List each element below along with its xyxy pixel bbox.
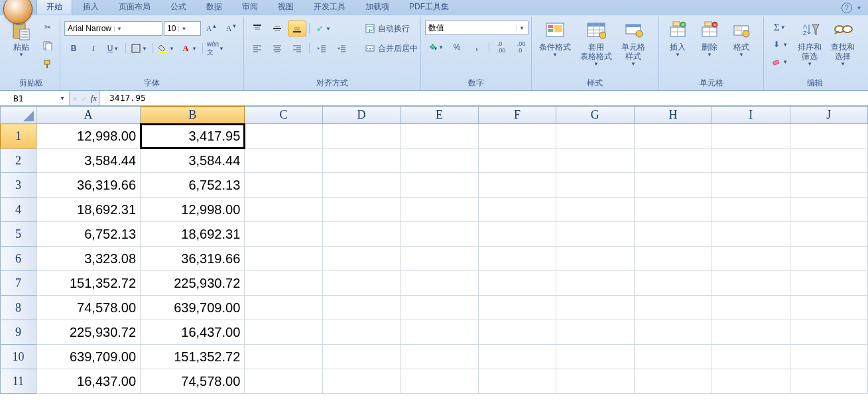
cell-F11[interactable]	[478, 369, 556, 394]
row-header-1[interactable]: 1	[1, 124, 36, 149]
cell-J5[interactable]	[790, 222, 867, 247]
column-header-H[interactable]: H	[634, 107, 712, 124]
cell-D3[interactable]	[322, 173, 401, 198]
cell-F7[interactable]	[478, 271, 556, 296]
comma-button[interactable]: ,	[467, 39, 486, 55]
cell-D6[interactable]	[322, 247, 401, 271]
cell-I4[interactable]	[712, 198, 790, 222]
tab-view[interactable]: 视图	[269, 0, 303, 15]
cell-D4[interactable]	[322, 198, 401, 222]
format-as-table-button[interactable]: 套用 表格格式 ▼	[576, 18, 617, 69]
cell-D5[interactable]	[322, 222, 401, 247]
format-painter-button[interactable]	[38, 56, 57, 72]
align-bottom-button[interactable]	[288, 21, 306, 36]
cell-B7[interactable]: 225,930.72	[141, 271, 245, 296]
bold-button[interactable]: B	[64, 40, 83, 56]
percent-button[interactable]: %	[448, 39, 466, 55]
cell-F5[interactable]	[478, 222, 556, 247]
insert-function-button[interactable]: fx	[91, 93, 97, 103]
tab-addins[interactable]: 加载项	[356, 0, 399, 15]
column-header-C[interactable]: C	[245, 107, 322, 124]
column-header-J[interactable]: J	[790, 107, 867, 124]
row-header-10[interactable]: 10	[1, 345, 36, 369]
cell-F9[interactable]	[478, 320, 556, 345]
cut-button[interactable]: ✂	[38, 19, 57, 35]
row-header-2[interactable]: 2	[1, 149, 36, 173]
cell-J2[interactable]	[790, 149, 867, 173]
cell-I6[interactable]	[712, 247, 790, 271]
cell-A5[interactable]: 6,752.13	[36, 222, 140, 247]
cell-J1[interactable]	[790, 124, 867, 149]
cell-H5[interactable]	[634, 222, 712, 247]
cell-G1[interactable]	[556, 124, 635, 149]
align-middle-button[interactable]	[268, 21, 286, 36]
chevron-down-icon[interactable]: ▼	[57, 93, 68, 103]
cell-G7[interactable]	[556, 271, 635, 296]
cell-G8[interactable]	[556, 296, 635, 320]
paste-button[interactable]: 粘贴 ▼	[5, 18, 37, 60]
cell-B6[interactable]: 36,319.66	[141, 247, 245, 271]
cell-C11[interactable]	[245, 369, 322, 394]
cell-H8[interactable]	[634, 296, 712, 320]
find-select-button[interactable]: 查找和 选择 ▼	[826, 18, 859, 69]
cell-E11[interactable]	[401, 369, 478, 394]
cell-B2[interactable]: 3,584.44	[141, 149, 245, 173]
cell-D7[interactable]	[322, 271, 401, 296]
tab-developer[interactable]: 开发工具	[304, 0, 355, 15]
cell-I2[interactable]	[712, 149, 790, 173]
cell-F6[interactable]	[478, 247, 556, 271]
decrease-decimal-button[interactable]: .00.0	[512, 39, 530, 55]
row-header-9[interactable]: 9	[1, 320, 36, 345]
cell-J4[interactable]	[790, 198, 867, 222]
tab-insert[interactable]: 插入	[74, 0, 108, 15]
decrease-indent-button[interactable]	[312, 40, 331, 56]
cell-J9[interactable]	[790, 320, 867, 345]
increase-indent-button[interactable]	[332, 40, 351, 56]
cell-F3[interactable]	[478, 173, 556, 198]
cell-E8[interactable]	[401, 296, 478, 320]
cell-A11[interactable]: 16,437.00	[36, 369, 140, 394]
cell-A9[interactable]: 225,930.72	[36, 320, 140, 345]
cell-E7[interactable]	[401, 271, 478, 296]
cell-D1[interactable]	[322, 124, 401, 149]
increase-decimal-button[interactable]: .0.00	[492, 39, 511, 55]
cell-C1[interactable]	[245, 124, 322, 149]
cell-D9[interactable]	[322, 320, 401, 345]
delete-cells-button[interactable]: × 删除 ▼	[694, 18, 725, 60]
cell-C2[interactable]	[245, 149, 322, 173]
cell-I9[interactable]	[712, 320, 790, 345]
cell-J10[interactable]	[790, 345, 867, 369]
increase-font-button[interactable]: A▲	[202, 21, 221, 36]
tab-review[interactable]: 审阅	[233, 0, 267, 15]
row-header-8[interactable]: 8	[1, 296, 36, 320]
cell-E9[interactable]	[401, 320, 478, 345]
cell-H4[interactable]	[634, 198, 712, 222]
number-format-combo[interactable]: 数值 ▼	[425, 21, 528, 35]
column-header-B[interactable]: B	[141, 107, 245, 124]
font-name-combo[interactable]: Arial Narrow ▼	[64, 21, 162, 36]
cell-F2[interactable]	[478, 149, 556, 173]
cell-H7[interactable]	[634, 271, 712, 296]
cell-H9[interactable]	[634, 320, 712, 345]
font-size-combo[interactable]: 10 ▼	[164, 21, 201, 36]
row-header-5[interactable]: 5	[1, 222, 36, 247]
cell-G10[interactable]	[556, 345, 635, 369]
align-center-button[interactable]	[268, 40, 286, 56]
cell-D10[interactable]	[322, 345, 401, 369]
cell-G4[interactable]	[556, 198, 635, 222]
cell-A1[interactable]: 12,998.00	[36, 124, 140, 149]
cell-A7[interactable]: 151,352.72	[36, 271, 140, 296]
cell-A4[interactable]: 18,692.31	[36, 198, 140, 222]
row-header-6[interactable]: 6	[1, 247, 36, 271]
cell-E4[interactable]	[401, 198, 478, 222]
fill-color-button[interactable]: ▼	[156, 40, 177, 56]
column-header-F[interactable]: F	[478, 107, 556, 124]
cell-I11[interactable]	[712, 369, 790, 394]
cell-A2[interactable]: 3,584.44	[36, 149, 140, 173]
cancel-formula-icon[interactable]: ✕	[72, 93, 78, 103]
row-header-7[interactable]: 7	[1, 271, 36, 296]
cell-C4[interactable]	[245, 198, 322, 222]
accounting-button[interactable]: ❖▼	[425, 39, 446, 55]
cell-G6[interactable]	[556, 247, 635, 271]
cell-B1[interactable]: 3,417.95	[141, 124, 245, 149]
